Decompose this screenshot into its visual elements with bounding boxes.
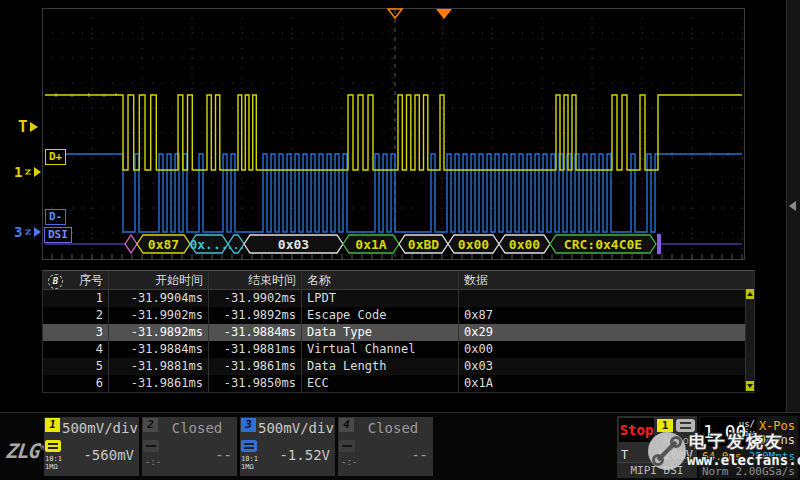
table-cell: 4 — [43, 341, 109, 358]
channel-2-badge: 2 — [143, 418, 158, 432]
zlg-logo: ZLG® — [6, 439, 45, 463]
channel-1-offset: -560mV — [62, 447, 134, 463]
channel-1-probe-info: 10:11MΩ — [45, 455, 62, 471]
waveform-d-minus — [45, 154, 742, 232]
bus-segment-label: 0x00 — [509, 237, 540, 252]
table-cell: 2 — [43, 307, 109, 324]
table-cell: -31.9892ms — [109, 324, 209, 341]
table-header-start: 开始时间 — [109, 271, 209, 289]
table-cell: Data Length — [302, 358, 459, 375]
bus-segment-label: 0x87 — [148, 237, 179, 252]
channel-4-scale: Closed — [356, 420, 430, 436]
channel-3-marker-label: 3 — [14, 224, 22, 240]
table-row[interactable]: 3-31.9892ms-31.9884msData Type0x29 — [43, 324, 754, 341]
channel-1-marker-arrow-icon — [34, 167, 41, 177]
table-scrollbar[interactable] — [745, 289, 754, 391]
table-row[interactable]: 6-31.9861ms-31.9850msECC0x1A — [43, 375, 754, 392]
table-row[interactable]: 5-31.9881ms-31.9861msData Length0x03 — [43, 358, 754, 375]
record-length-points: 250Mpts — [749, 450, 795, 463]
scroll-up-arrow[interactable] — [746, 289, 754, 299]
table-row[interactable]: 1-31.9904ms-31.9902msLPDT — [43, 290, 754, 307]
trigger-status-block[interactable]: Stop 1 Auto T 120mV MIPI DSI — [617, 416, 697, 478]
sample-rate: 2.00GSa/s — [735, 465, 795, 478]
bus-segment-label: 0xBD — [408, 237, 439, 252]
table-cell: Data Type — [302, 324, 459, 341]
table-cell — [459, 290, 738, 307]
table-cell: 5 — [43, 358, 109, 375]
trigger-source-badge: 1 — [657, 419, 673, 432]
trigger-marker-label: T — [18, 117, 28, 136]
dc-coupling-icon — [241, 440, 257, 452]
table-cell: -31.9892ms — [209, 307, 302, 324]
channel-3-block[interactable]: 3 500mV/div 10:11MΩ -1.52V — [240, 417, 335, 476]
oscilloscope-screen: 0x870x......0x030x1A0xBD0x000x00CRC:0x4C… — [0, 0, 800, 480]
table-cell: -31.9884ms — [109, 341, 209, 358]
channel-3-scale: 500mV/div — [258, 420, 332, 436]
table-cell: -31.9861ms — [109, 375, 209, 392]
scroll-down-arrow[interactable] — [746, 381, 754, 391]
trigger-sweep-mode: Auto — [657, 434, 695, 447]
coupling-squiggle-icon — [24, 167, 32, 177]
bus-segment-label: ... — [227, 240, 245, 251]
x-position-value: -940ns — [752, 433, 795, 447]
table-cell: -31.9881ms — [209, 341, 302, 358]
table-header-name: 名称 — [302, 271, 459, 289]
timebase-status-block[interactable]: 1.00 us/div X-Pos -940ns 64.0ms 250Mpts … — [699, 416, 798, 478]
table-cell: 0x87 — [459, 307, 738, 324]
table-cell: -31.9904ms — [109, 290, 209, 307]
collapse-menu-arrow-icon[interactable] — [789, 201, 796, 211]
x-position-label: X-Pos — [759, 419, 795, 433]
waveform-canvas: 0x870x......0x030x1A0xBD0x000x00CRC:0x4C… — [42, 8, 745, 260]
dc-coupling-icon — [45, 440, 61, 452]
channel-1-position-marker[interactable]: 1 — [14, 164, 41, 180]
coupling-off-icon — [143, 440, 159, 452]
channel-1-scale: 500mV/div — [62, 420, 136, 436]
channel-2-offset: -- — [160, 447, 232, 463]
bus-segment-label: 0x03 — [278, 237, 309, 252]
table-cell: -31.9861ms — [209, 358, 302, 375]
table-cell: 1 — [43, 290, 109, 307]
table-header-row: B 序号 开始时间 结束时间 名称 数据 — [43, 271, 754, 290]
trigger-level-marker[interactable]: T — [18, 117, 38, 136]
table-cell: 0x29 — [459, 324, 738, 341]
trigger-label: T — [621, 448, 628, 462]
signal-label-dsi-bus: DSI — [44, 227, 72, 243]
channel-2-block[interactable]: 2 Closed -:- -- — [142, 417, 237, 476]
table-row[interactable]: 2-31.9902ms-31.9892msEscape Code0x87 — [43, 307, 754, 324]
trigger-protocol: MIPI DSI — [617, 462, 697, 478]
bus-segment-label: 0x00 — [458, 237, 489, 252]
channel-4-badge: 4 — [339, 418, 354, 432]
table-cell: 0x03 — [459, 358, 738, 375]
acquire-mode: Norm — [702, 465, 729, 478]
delay-position-marker[interactable] — [436, 9, 452, 19]
channel-1-badge: 1 — [45, 418, 60, 432]
table-cell: 0x1A — [459, 375, 738, 392]
table-row[interactable]: 4-31.9884ms-31.9881msVirtual Channel0x00 — [43, 341, 754, 358]
bus-decode-icon[interactable]: B — [48, 274, 63, 289]
channel-3-position-marker[interactable]: 3 — [14, 224, 41, 240]
bus-segment-label: CRC:0x4C0E — [564, 237, 642, 252]
table-cell: 3 — [43, 324, 109, 341]
channel-1-block[interactable]: 1 500mV/div 10:11MΩ -560mV — [44, 417, 139, 476]
table-header-no: B 序号 — [43, 271, 109, 289]
channel-4-offset: -- — [356, 447, 428, 463]
table-cell: Virtual Channel — [302, 341, 459, 358]
record-length-time: 64.0ms — [702, 450, 742, 463]
table-cell: -31.9881ms — [109, 358, 209, 375]
channel-3-badge: 3 — [241, 418, 256, 432]
table-cell: ECC — [302, 375, 459, 392]
channel-4-probe-info: -:- — [341, 457, 357, 467]
run-state-indicator[interactable]: Stop — [619, 418, 654, 442]
table-cell: 0x00 — [459, 341, 738, 358]
bus-segment-label: 0x... — [189, 237, 228, 252]
table-header-end: 结束时间 — [209, 271, 302, 289]
coupling-squiggle-icon — [24, 227, 32, 237]
table-cell: -31.9902ms — [209, 290, 302, 307]
decode-result-table: B 序号 开始时间 结束时间 名称 数据 1-31.9904ms-31.9902… — [42, 270, 755, 393]
channel-3-offset: -1.52V — [258, 447, 330, 463]
channel-2-probe-info: -:- — [145, 457, 161, 467]
signal-label-d-plus: D+ — [45, 149, 66, 165]
timebase-scale-box: 1.00 us/div — [700, 417, 757, 446]
waveform-d-plus — [45, 95, 742, 170]
channel-4-block[interactable]: 4 Closed -:- -- — [338, 417, 433, 476]
